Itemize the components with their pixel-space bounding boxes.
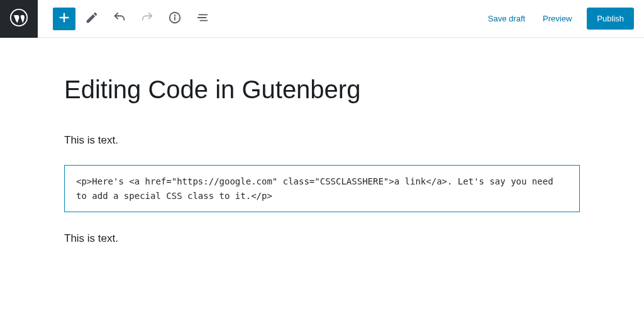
redo-icon	[140, 11, 154, 26]
toolbar-right: Save draft Preview Publish	[486, 8, 644, 30]
redo-button[interactable]	[136, 8, 158, 30]
wordpress-icon	[9, 8, 28, 30]
undo-button[interactable]	[108, 8, 131, 30]
wordpress-logo[interactable]	[0, 0, 38, 38]
paragraph-block[interactable]: This is text.	[64, 132, 580, 149]
content-info-button[interactable]	[164, 8, 186, 30]
paragraph-block[interactable]: This is text.	[64, 230, 580, 247]
add-block-button[interactable]	[53, 8, 75, 30]
save-draft-button[interactable]: Save draft	[486, 9, 528, 28]
outline-icon	[196, 11, 209, 26]
preview-button[interactable]: Preview	[540, 9, 574, 28]
svg-point-3	[175, 15, 175, 16]
undo-icon	[113, 11, 126, 26]
pencil-icon	[85, 11, 99, 26]
editor-content: Editing Code in Gutenberg This is text. …	[64, 38, 580, 247]
html-block[interactable]: <p>Here's <a href="https://google.com" c…	[64, 165, 580, 212]
plus-icon	[57, 11, 71, 26]
editor-top-bar: Save draft Preview Publish	[0, 0, 644, 38]
post-title[interactable]: Editing Code in Gutenberg	[64, 76, 580, 104]
info-icon	[168, 11, 182, 26]
publish-button[interactable]: Publish	[587, 8, 634, 30]
toolbar-left	[38, 8, 214, 30]
edit-mode-button[interactable]	[80, 8, 103, 30]
block-navigation-button[interactable]	[191, 8, 214, 30]
